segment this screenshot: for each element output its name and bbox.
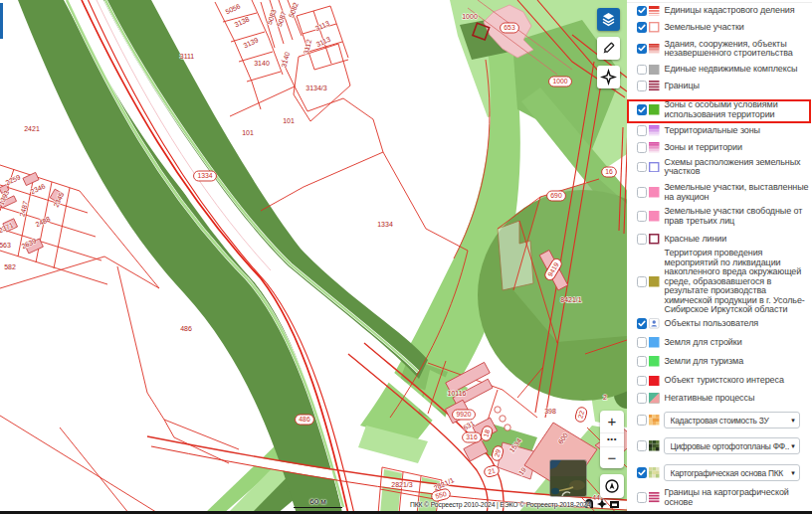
layer-label: Объект туристского интереса: [665, 376, 810, 386]
layer-label: Земельные участки, выставленныена аукцио…: [665, 183, 810, 202]
layer-checkbox[interactable]: [637, 81, 648, 91]
terr-zones-icon: [649, 125, 660, 136]
pencil-icon: [600, 40, 617, 57]
measure-button[interactable]: [597, 37, 620, 60]
map-art: 2421311150563138313931403140311231133113…: [0, 0, 627, 514]
layer-label: Объекты пользователя: [665, 319, 810, 329]
map-label: 3134/3: [305, 85, 327, 91]
layer-checkbox[interactable]: [637, 234, 648, 245]
layer-checkbox[interactable]: [637, 162, 648, 173]
highlight-rectangle: [627, 99, 811, 124]
layer-checkbox[interactable]: [637, 376, 648, 387]
map-label: 8421/1: [560, 296, 582, 303]
layer-checkbox[interactable]: [637, 125, 648, 136]
layers-icon: [600, 11, 617, 28]
svg-text:101: 101: [283, 117, 295, 124]
complexes-icon: [649, 65, 660, 76]
left-panel-edge: [0, 3, 3, 39]
map-label: 3111: [180, 53, 195, 60]
star-icon: [600, 69, 617, 86]
scale-bar: 60 м: [294, 498, 342, 508]
layer-label: Земельные участки свободные отправ треть…: [665, 207, 810, 226]
layer-select-value: Кадастровая стоимость ЗУ: [671, 416, 790, 426]
layer-checkbox[interactable]: [637, 142, 648, 153]
svg-text:8421/1: 8421/1: [560, 296, 582, 303]
identify-button[interactable]: [597, 66, 620, 88]
layers-button[interactable]: [597, 8, 620, 31]
svg-text:631: 631: [462, 420, 476, 431]
layer-checkbox[interactable]: [637, 44, 648, 55]
carto-borders-icon: [649, 492, 660, 503]
svg-text:486: 486: [299, 416, 310, 423]
zoom-out-button[interactable]: −: [600, 447, 624, 469]
layer-checkbox[interactable]: [637, 356, 648, 367]
layer-checkbox[interactable]: [637, 211, 648, 222]
map-label: 2821/3: [391, 481, 413, 488]
svg-text:101: 101: [242, 129, 254, 136]
layer-select[interactable]: Кадастровая стоимость ЗУ▾: [664, 412, 800, 428]
map-label: 1000: [462, 13, 478, 20]
chevron-down-icon: ▾: [791, 442, 794, 450]
layer-checkbox[interactable]: [637, 187, 648, 198]
map-label: 398: [544, 408, 556, 415]
negative-processes-icon: [649, 393, 660, 404]
svg-text:3111: 3111: [180, 53, 195, 60]
layer-checkbox[interactable]: [637, 276, 648, 287]
layer-checkbox[interactable]: [637, 6, 648, 17]
chevron-down-icon: ▾: [791, 469, 794, 477]
map-label: 486: [180, 325, 192, 332]
svg-text:2421: 2421: [24, 125, 40, 132]
layer-checkbox[interactable]: [637, 415, 648, 426]
svg-text:3140: 3140: [254, 60, 270, 67]
zoom-more-button[interactable]: •••: [600, 432, 624, 447]
layer-select[interactable]: Картографическая основа ПКК▾: [664, 464, 800, 481]
map-label: 101: [283, 117, 295, 124]
borders-icon: [649, 81, 660, 91]
svg-text:398: 398: [544, 408, 556, 415]
panel-top-divider: [627, 2, 812, 3]
svg-text:1334: 1334: [197, 172, 212, 179]
layer-label: Территориальные зоны: [665, 126, 810, 136]
svg-text:3138: 3138: [233, 15, 250, 28]
layer-label: Границы на картографическойоснове: [665, 488, 810, 507]
layer-checkbox[interactable]: [637, 337, 648, 348]
basemap-thumbnail[interactable]: [550, 460, 586, 496]
locate-button[interactable]: [600, 474, 624, 498]
layer-checkbox[interactable]: [637, 467, 648, 478]
scale-bar-line: [294, 507, 342, 508]
layer-checkbox[interactable]: [637, 22, 648, 33]
svg-text:1334: 1334: [377, 221, 393, 228]
land-parcel-icon: [649, 22, 660, 33]
layer-checkbox[interactable]: [637, 440, 648, 451]
svg-text:2821/3: 2821/3: [391, 481, 413, 488]
map-label: 2421: [24, 125, 40, 132]
satellite-preview: [550, 460, 586, 496]
map-label: 5056: [224, 2, 241, 15]
layer-checkbox[interactable]: [637, 393, 648, 404]
map-label-pill: 1334: [194, 171, 217, 181]
map-label: 2: [603, 394, 607, 401]
svg-text:3134/3: 3134/3: [305, 85, 327, 91]
layer-select[interactable]: Цифровые ортофотопланы ФФ...▾: [664, 437, 800, 454]
map-label-pill: 1000: [549, 77, 572, 86]
layer-checkbox[interactable]: [637, 318, 648, 329]
layer-checkbox[interactable]: [637, 492, 648, 503]
buildings-icon: [649, 44, 660, 55]
map-label-pill: 653: [501, 23, 519, 33]
tourism-land-icon: [649, 356, 660, 367]
zoom-controls: + ••• −: [600, 411, 624, 468]
layer-select-value: Цифровые ортофотопланы ФФ...: [671, 441, 790, 451]
chevron-down-icon: ▾: [791, 417, 794, 425]
map-label: 3140: [281, 51, 292, 68]
layer-label: Негативные процессы: [665, 394, 810, 404]
zoom-in-button[interactable]: +: [600, 411, 624, 432]
cad-cost-icon: [649, 415, 660, 426]
map-canvas[interactable]: 2421311150563138313931403140311231133113…: [0, 0, 627, 514]
layer-checkbox[interactable]: [637, 65, 648, 76]
orthophoto-icon: [649, 440, 660, 451]
layer-select-value: Картографическая основа ПКК: [671, 468, 790, 478]
svg-text:16: 16: [605, 168, 613, 175]
layer-label: Единицы кадастрового деления: [665, 6, 810, 16]
svg-text:5087: 5087: [276, 10, 288, 27]
svg-text:1000: 1000: [552, 78, 567, 85]
